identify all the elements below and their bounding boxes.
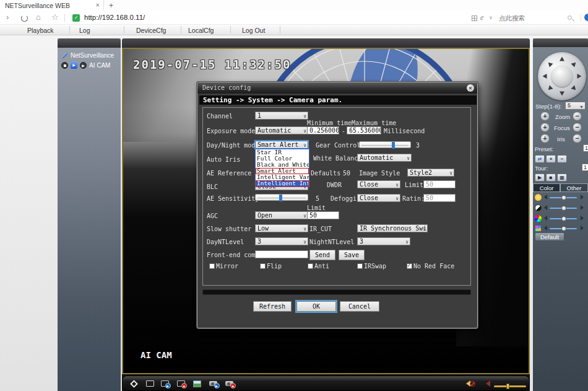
exposure-select[interactable]: Automatic∨ [255,126,308,134]
chevron-down-icon[interactable]: ∨ [489,15,493,20]
tree-camera[interactable]: ▶ ▶ AI CAM [61,62,110,69]
slow-shutter-select[interactable]: Low∨ [255,224,308,232]
preset-goto-button[interactable]: ⇄ [535,155,545,163]
iris-open-button[interactable]: + [540,134,550,143]
contrast-left-arrow[interactable] [544,205,547,210]
zoom-out-button[interactable]: − [573,112,582,121]
nav-logout[interactable]: Log Out [242,27,265,34]
volume-slider-handle[interactable] [506,384,509,389]
open-all-video-button[interactable]: ▶ [158,379,171,389]
audio-button[interactable] [482,379,494,389]
fullscreen-button[interactable] [128,379,140,389]
ptz-up-arrow[interactable] [560,57,564,61]
talk-mute-button[interactable] [462,379,474,389]
volume-slider[interactable] [494,385,526,387]
iris-close-button[interactable]: − [573,134,582,143]
ptz-center-knob[interactable] [551,66,573,87]
dwdr-limit-input[interactable]: 50 [423,180,456,188]
gear-control-handle[interactable] [392,142,395,149]
saturation-slider[interactable] [550,218,577,219]
dropdown-option[interactable]: Full Color [256,156,309,162]
contrast-knob[interactable] [561,206,566,211]
single-window-button[interactable] [144,379,156,389]
nav-localcfg[interactable]: LocalCfg [188,27,214,34]
dropdown-option[interactable]: Intelligent Vari [256,174,309,180]
saturation-knob[interactable] [561,216,566,221]
refresh-button[interactable]: Refresh [253,301,292,312]
preset-add-button[interactable]: + [546,155,556,163]
dropdown-option[interactable]: Star IR [256,149,309,156]
back-icon[interactable]: › [6,13,9,22]
dropdown-option-smart-alert[interactable]: Smart Alert [256,168,309,174]
hue-right-arrow[interactable] [581,226,584,231]
ptz-downright-arrow[interactable] [571,85,577,92]
brightness-right-arrow[interactable] [581,195,584,200]
preset-input[interactable]: 1 [583,144,588,152]
ie-mode-icon[interactable]: e [480,13,483,22]
hue-slider[interactable] [550,228,577,229]
dropdown-option-intelligent-infr[interactable]: Intelligent Infr [256,180,309,187]
browser-tab[interactable]: NETSurveillance WEB × [0,0,104,11]
white-balance-select[interactable]: Automatic∨ [357,154,412,162]
anti-checkbox[interactable]: Anti [308,263,329,270]
tour-setup-button[interactable]: ▦ [557,174,567,182]
nightnt-select[interactable]: 3∨ [357,237,410,245]
refresh-icon[interactable] [21,15,28,22]
nav-playback[interactable]: Playback [27,27,54,34]
channel-select[interactable]: 1∨ [255,112,308,120]
tour-start-button[interactable]: ▶ [535,174,545,182]
dwdr-select[interactable]: Close∨ [357,180,400,188]
hue-left-arrow[interactable] [544,226,547,231]
brightness-slider[interactable] [550,197,577,198]
step-select[interactable]: 5▼ [565,102,586,110]
stop-stream-icon[interactable] [61,62,68,69]
focus-out-button[interactable]: − [573,123,582,132]
gear-control-slider[interactable] [359,141,411,148]
irswap-checkbox[interactable]: IRSwap [357,263,386,270]
ae-sensitivity-slider[interactable] [255,194,308,201]
max-time-input[interactable]: 65.536000 [347,126,381,134]
daynt-select[interactable]: 3∨ [255,237,308,245]
ratio-input[interactable]: 50 [423,194,456,202]
nav-devicecfg[interactable]: DeviceCfg [136,27,166,34]
min-time-input[interactable]: 0.256000 [307,126,339,134]
close-all-video-button[interactable]: ■ [175,379,187,389]
brightness-left-arrow[interactable] [544,195,547,200]
tour-input[interactable]: 1 [582,164,588,171]
contrast-right-arrow[interactable] [581,205,584,210]
cancel-button[interactable]: Cancel [340,301,379,312]
dropdown-option[interactable]: Black and White [256,162,309,168]
browser-logo-icon[interactable] [584,14,588,21]
tab-other[interactable]: Other [560,183,588,192]
snapshot-button[interactable] [191,379,203,389]
nav-log[interactable]: Log [79,27,90,34]
stop-record-button[interactable]: ■ [223,379,235,389]
tree-root[interactable]: NetSurveillance [61,52,114,59]
tab-close-icon[interactable]: × [96,1,100,9]
ok-button[interactable]: OK [296,301,336,312]
saturation-left-arrow[interactable] [544,216,547,221]
apps-grid-icon[interactable] [472,15,477,21]
brightness-knob[interactable] [561,195,566,200]
ptz-pad[interactable] [538,52,586,100]
url-text[interactable]: http://192.168.0.11/ [84,14,145,21]
ptz-downleft-arrow[interactable] [547,85,553,92]
default-button[interactable]: Default [535,232,564,241]
ae-sensitivity-handle[interactable] [279,195,282,201]
dialog-close-icon[interactable]: × [467,84,474,92]
no-red-face-checkbox[interactable]: ✓No Red Face [407,263,454,270]
preset-del-button[interactable]: − [557,155,567,163]
flip-checkbox[interactable]: Flip [260,263,282,270]
site-safety-shield-icon[interactable]: ✓ [72,14,80,22]
home-icon[interactable]: ⌂ [36,13,41,22]
ptz-left-arrow[interactable] [543,74,547,79]
tab-color[interactable]: Color [533,183,560,192]
tour-stop-button[interactable]: ■ [546,174,556,182]
ptz-upright-arrow[interactable] [571,61,577,68]
play-main-stream-icon[interactable]: ▶ [71,62,77,69]
star-icon[interactable]: ☆ [51,13,59,22]
ptz-right-arrow[interactable] [577,74,582,79]
search-icon[interactable] [568,15,572,20]
send-button[interactable]: Send [309,250,335,260]
ptz-down-arrow[interactable] [560,92,564,96]
